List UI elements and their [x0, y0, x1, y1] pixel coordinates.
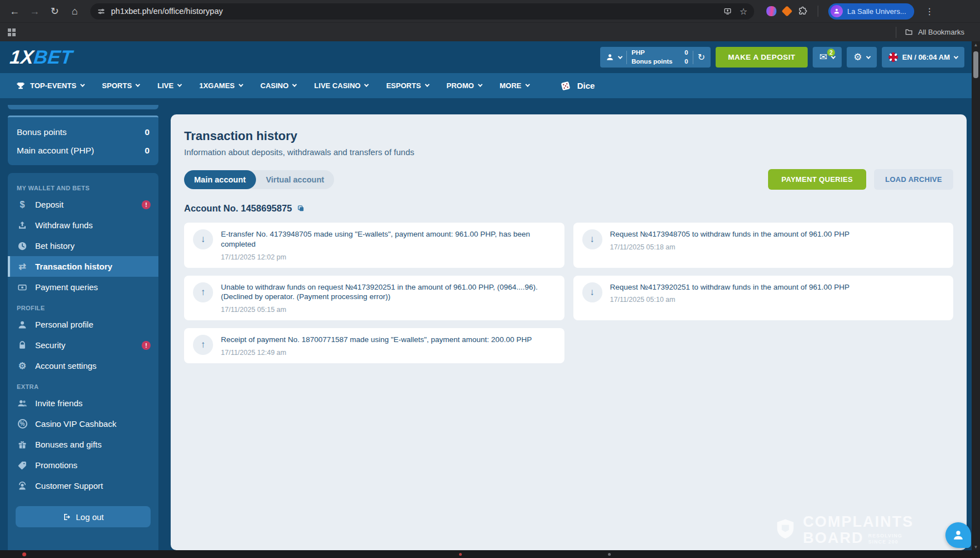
chevron-down-icon [239, 82, 243, 86]
page-subtitle: Information about deposits, withdrawals … [184, 147, 953, 157]
balance-row: Bonus points 0 [17, 123, 149, 141]
account-balance-pill[interactable]: PHPBonus points 00 ↻ [600, 47, 711, 68]
logout-button[interactable]: Log out [16, 506, 151, 527]
sidebar-item-bet-history[interactable]: Bet history [8, 235, 158, 256]
dice-icon [559, 80, 572, 92]
section-extra: EXTRA [8, 376, 158, 393]
chevron-down-icon [80, 82, 85, 86]
install-icon[interactable] [723, 7, 732, 16]
clock-icon [17, 241, 28, 251]
tab-main-account[interactable]: Main account [184, 170, 256, 189]
avatar [831, 5, 843, 17]
sidebar-item-label: Transaction history [35, 262, 112, 271]
make-deposit-button[interactable]: MAKE A DEPOSIT [716, 47, 808, 68]
nav-label: LIVE [157, 81, 173, 90]
transaction-date: 17/11/2025 05:18 am [610, 243, 850, 251]
nav-label: MORE [500, 81, 522, 90]
reload-icon[interactable]: ↻ [46, 2, 64, 20]
nav-item[interactable]: CASINO [252, 73, 306, 98]
nav-item-top-events[interactable]: TOP-EVENTS [7, 73, 93, 98]
live-chat-button[interactable] [945, 522, 971, 548]
watermark-sub1: RESOLVING [868, 533, 902, 540]
sidebar-item-label: Casino VIP Cashback [35, 419, 117, 429]
nav-item[interactable]: LIVE CASINO [305, 73, 377, 98]
payment-queries-button[interactable]: PAYMENT QUERIES [768, 169, 866, 190]
load-archive-button[interactable]: LOAD ARCHIVE [874, 169, 953, 190]
currency-value: 0 [680, 49, 688, 57]
sidebar-item-withdraw[interactable]: Withdraw funds [8, 215, 158, 235]
sidebar-item-promotions[interactable]: Promotions [8, 455, 158, 475]
forward-icon[interactable]: → [26, 2, 44, 20]
nav-item-dice[interactable]: Dice [551, 73, 604, 98]
sidebar-item-label: Account settings [35, 361, 96, 371]
bookmark-star-icon[interactable]: ☆ [740, 6, 747, 17]
language-time-pill[interactable]: EN / 06:04 AM [882, 47, 965, 68]
nav-item[interactable]: ESPORTS [377, 73, 437, 98]
url-text[interactable]: ph1xbet.ph/en/office/historypay [111, 7, 723, 16]
page-scrollbar[interactable]: ▲ ▼ [972, 41, 980, 550]
nav-label: SPORTS [102, 81, 132, 90]
orange-extension-icon[interactable] [781, 6, 793, 17]
chevron-down-icon [477, 82, 482, 86]
sidebar-item-bonuses[interactable]: Bonuses and gifts [8, 434, 158, 455]
sidebar-item-account-settings[interactable]: ⚙ Account settings [8, 355, 158, 376]
sidebar-item-payment-queries[interactable]: Payment queries [8, 277, 158, 297]
divider [693, 51, 693, 64]
scroll-up-arrow[interactable]: ▲ [974, 41, 978, 48]
brain-extension-icon[interactable] [766, 6, 776, 16]
copy-icon[interactable] [297, 204, 305, 213]
transaction-date: 17/11/2025 12:02 pm [221, 253, 556, 261]
nav-item[interactable]: PROMO [438, 73, 491, 98]
browser-profile-chip[interactable]: La Salle Univers... [828, 3, 914, 20]
chevron-down-icon [525, 82, 529, 86]
address-bar[interactable]: ph1xbet.ph/en/office/historypay ☆ [90, 3, 754, 20]
envelope-icon: ✉ [819, 51, 827, 63]
complaintsboard-watermark: COMPLAINTS BOARD RESOLVING SINCE 200 [773, 514, 914, 546]
currency-label: PHP [631, 49, 672, 57]
nav-label: Dice [577, 81, 595, 90]
account-tabs: Main account Virtual account [184, 170, 334, 189]
sidebar-item-personal-profile[interactable]: Personal profile [8, 314, 158, 335]
scrollbar-thumb[interactable] [973, 51, 978, 78]
sidebar-item-transaction-history[interactable]: ⇄ Transaction history [8, 256, 158, 277]
page-body: Bonus points 0 Main account (PHP) 0 MY W… [0, 98, 980, 558]
logo[interactable]: 1XBET [9, 46, 74, 68]
back-icon[interactable]: ← [6, 2, 23, 20]
nav-item[interactable]: 1XGAMES [190, 73, 252, 98]
transaction-card: ↑ Unable to withdraw funds on request №4… [184, 276, 564, 321]
scroll-down-arrow[interactable]: ▼ [974, 543, 978, 550]
tune-icon[interactable] [97, 7, 105, 16]
chat-person-icon [952, 529, 964, 541]
sidebar-item-customer-support[interactable]: Customer Support [8, 475, 158, 496]
apps-grid-icon[interactable] [8, 28, 16, 36]
nav-item[interactable]: MORE [491, 73, 538, 98]
messages-pill[interactable]: ✉ 2 [813, 47, 842, 68]
sidebar-item-invite-friends[interactable]: Invite friends [8, 393, 158, 413]
nav-item[interactable]: SPORTS [93, 73, 148, 98]
sidebar-item-vip-cashback[interactable]: % Casino VIP Cashback [8, 413, 158, 434]
transaction-text: Request №4173948705 to withdraw funds in… [610, 229, 850, 239]
all-bookmarks[interactable]: All Bookmarks [892, 27, 972, 38]
chevron-down-icon [866, 54, 870, 59]
settings-pill[interactable]: ⚙ [847, 47, 876, 68]
direction-arrow-icon: ↓ [582, 229, 602, 249]
site-header: 1XBET PHPBonus points 00 ↻ MAKE A DEPOSI… [0, 41, 980, 73]
transaction-date: 17/11/2025 05:10 am [610, 296, 850, 304]
sidebar-item-security[interactable]: Security ! [8, 335, 158, 355]
percent-icon: % [17, 419, 28, 429]
sidebar-item-label: Withdraw funds [35, 220, 93, 230]
tab-virtual-account[interactable]: Virtual account [256, 170, 334, 189]
bonus-value: 0 [680, 57, 688, 66]
transaction-text: Unable to withdraw funds on request №417… [221, 282, 556, 302]
tag-icon [17, 460, 28, 470]
balance-value: 0 [144, 146, 149, 156]
nav-label: PROMO [447, 81, 474, 90]
transactions-grid: ↓ E-transfer No. 4173948705 made using "… [184, 223, 953, 363]
browser-menu-icon[interactable]: ⋮ [921, 6, 939, 17]
refresh-icon[interactable]: ↻ [698, 52, 705, 62]
extensions-puzzle-icon[interactable] [798, 6, 808, 16]
sidebar-item-deposit[interactable]: $ Deposit ! [8, 194, 158, 215]
gift-icon [17, 440, 28, 450]
home-icon[interactable]: ⌂ [66, 2, 84, 20]
nav-item[interactable]: LIVE [148, 73, 190, 98]
